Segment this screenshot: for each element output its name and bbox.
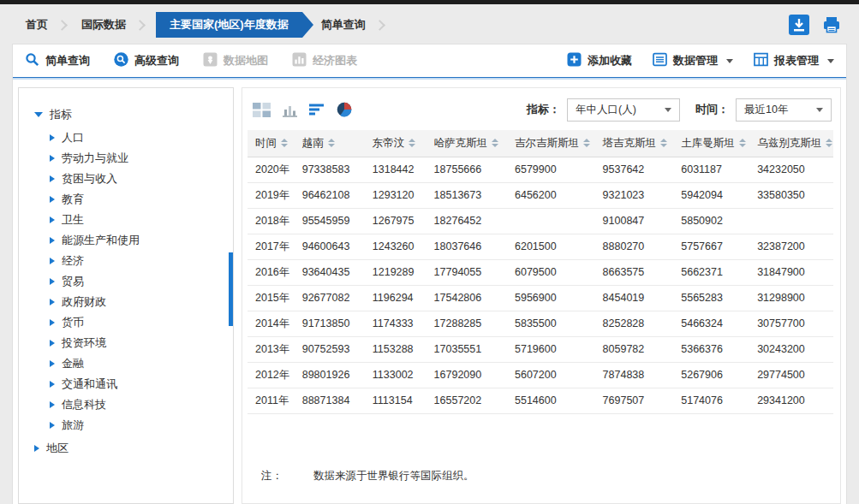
table-cell: 95545959 bbox=[295, 208, 365, 234]
sidebar-item[interactable]: 经济 bbox=[50, 251, 233, 271]
table-cell: 17035551 bbox=[427, 336, 507, 362]
chevron-right-icon bbox=[50, 299, 55, 305]
toolbar-item-label: 高级查询 bbox=[134, 53, 179, 68]
table-cell: 2011年 bbox=[248, 388, 295, 413]
toolbar-item[interactable]: 数据地图 bbox=[203, 52, 268, 69]
toolbar-item[interactable]: 添加收藏 bbox=[567, 52, 632, 69]
chevron-right-icon bbox=[34, 445, 39, 452]
table-cell: 6456200 bbox=[507, 182, 595, 208]
table-cell: 5956900 bbox=[507, 285, 595, 311]
toolbar-item-label: 数据管理 bbox=[673, 53, 718, 68]
table-cell: 1243260 bbox=[365, 234, 427, 259]
pie-chart-view-icon[interactable] bbox=[337, 102, 352, 117]
sidebar-item[interactable]: 投资环境 bbox=[50, 333, 233, 353]
toolbar-item-label: 简单查询 bbox=[45, 53, 90, 68]
sidebar-item-label: 贸易 bbox=[62, 274, 84, 289]
column-header[interactable]: 时间 bbox=[248, 130, 295, 157]
sidebar-item-label: 人口 bbox=[62, 130, 84, 145]
chevron-right-icon bbox=[50, 278, 55, 285]
toolbar-item[interactable]: 简单查询 bbox=[25, 52, 90, 69]
indicator-filter-label: 指标： bbox=[527, 102, 560, 117]
sidebar-item[interactable]: 货币 bbox=[50, 312, 233, 333]
table-cell: 97338583 bbox=[295, 157, 365, 182]
chevron-right-icon bbox=[50, 175, 55, 182]
toolbar-item[interactable]: 数据管理 bbox=[653, 52, 733, 69]
print-icon[interactable] bbox=[821, 15, 842, 35]
table-cell: 1133002 bbox=[365, 362, 427, 388]
sidebar-section-label: 指标 bbox=[50, 107, 72, 122]
table-cell: 5466324 bbox=[673, 311, 749, 336]
column-header[interactable]: 越南 bbox=[295, 130, 365, 157]
column-header-label: 越南 bbox=[302, 137, 324, 149]
column-header[interactable]: 吉尔吉斯斯坦 bbox=[507, 130, 595, 157]
download-icon[interactable] bbox=[789, 15, 809, 35]
sorted-list-view-icon[interactable] bbox=[309, 103, 325, 116]
column-header[interactable]: 哈萨克斯坦 bbox=[427, 130, 507, 157]
table-cell: 8454019 bbox=[595, 285, 674, 311]
chevron-right-icon bbox=[50, 237, 55, 244]
table-cell: 94600643 bbox=[295, 234, 365, 259]
breadcrumb-item[interactable]: 主要国家(地区)年度数据 bbox=[156, 12, 302, 38]
sidebar-section[interactable]: 地区 bbox=[34, 437, 233, 460]
toolbar-item-label: 报表管理 bbox=[774, 53, 819, 68]
toolbar-item[interactable]: 经济图表 bbox=[292, 52, 357, 69]
sort-icon bbox=[583, 139, 590, 147]
view-switcher bbox=[253, 102, 352, 117]
sidebar-item[interactable]: 金融 bbox=[50, 353, 233, 374]
toolbar-item[interactable]: 高级查询 bbox=[114, 52, 179, 69]
table-row: 2016年93640435121928917794055607950086635… bbox=[248, 259, 833, 285]
breadcrumb-separator-icon bbox=[57, 20, 68, 31]
sidebar-section[interactable]: 指标 bbox=[34, 104, 233, 126]
sidebar-item[interactable]: 信息科技 bbox=[50, 394, 233, 415]
sidebar-item[interactable]: 能源生产和使用 bbox=[50, 230, 233, 251]
column-header[interactable]: 塔吉克斯坦 bbox=[595, 130, 674, 157]
sidebar-item[interactable]: 贫困与收入 bbox=[50, 169, 233, 189]
table-cell: 5267906 bbox=[673, 362, 749, 388]
toolbar-item[interactable]: 报表管理 bbox=[754, 52, 834, 69]
table-row: 2014年91713850117433317288285583550082528… bbox=[248, 311, 833, 336]
table-cell: 18037646 bbox=[427, 234, 507, 259]
table-cell: 2012年 bbox=[248, 362, 295, 388]
sidebar-item-label: 劳动力与就业 bbox=[62, 151, 128, 166]
table-cell: 2017年 bbox=[248, 234, 295, 259]
chevron-right-icon bbox=[50, 422, 55, 429]
column-header-label: 吉尔吉斯斯坦 bbox=[515, 137, 579, 149]
sidebar-item[interactable]: 政府财政 bbox=[50, 292, 233, 312]
table-view-icon[interactable] bbox=[253, 103, 271, 117]
table-cell: 5850902 bbox=[673, 208, 749, 234]
header-actions bbox=[789, 15, 847, 35]
sidebar-item[interactable]: 人口 bbox=[50, 127, 233, 148]
sidebar-item[interactable]: 卫生 bbox=[50, 210, 233, 230]
sidebar-item-label: 旅游 bbox=[62, 418, 84, 433]
chart-icon bbox=[292, 52, 307, 69]
breadcrumb-item[interactable]: 简单查询 bbox=[318, 12, 369, 38]
scrollbar-thumb[interactable] bbox=[229, 252, 233, 326]
column-header[interactable]: 土库曼斯坦 bbox=[673, 130, 749, 157]
sort-icon bbox=[328, 139, 335, 147]
indicator-select[interactable]: 年中人口(人) bbox=[567, 98, 680, 122]
column-header[interactable]: 乌兹别克斯坦 bbox=[749, 130, 833, 157]
column-header-label: 时间 bbox=[255, 137, 277, 149]
search-icon bbox=[25, 52, 39, 69]
sidebar-item[interactable]: 教育 bbox=[50, 189, 233, 210]
sidebar-item[interactable]: 旅游 bbox=[50, 415, 233, 436]
breadcrumb-item[interactable]: 国际数据 bbox=[78, 12, 129, 38]
bar-chart-view-icon[interactable] bbox=[282, 103, 298, 117]
table-cell: 34232050 bbox=[749, 157, 833, 182]
table-cell: 31847900 bbox=[749, 259, 833, 285]
table-cell: 17542806 bbox=[427, 285, 507, 311]
sidebar-item[interactable]: 交通和通讯 bbox=[50, 374, 233, 394]
table-row: 2012年89801926113300216792090560720078748… bbox=[248, 362, 833, 388]
sidebar-item-label: 教育 bbox=[62, 192, 84, 207]
toolbar-item-label: 经济图表 bbox=[313, 53, 357, 68]
breadcrumb-item[interactable]: 首页 bbox=[22, 12, 51, 38]
table-cell: 5514600 bbox=[507, 388, 595, 413]
time-select[interactable]: 最近10年 bbox=[736, 98, 832, 122]
table-cell: 5366376 bbox=[673, 336, 749, 362]
table-cell: 17288285 bbox=[427, 311, 507, 336]
column-header[interactable]: 东帝汶 bbox=[365, 130, 427, 157]
sidebar-item[interactable]: 劳动力与就业 bbox=[50, 148, 233, 169]
sidebar-item-label: 贫困与收入 bbox=[62, 171, 117, 187]
table-cell: 2019年 bbox=[248, 182, 295, 208]
sidebar-item[interactable]: 贸易 bbox=[50, 271, 233, 292]
